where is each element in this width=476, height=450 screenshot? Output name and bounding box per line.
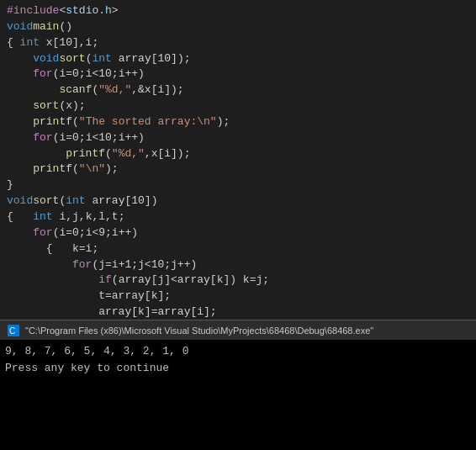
- code-editor: #include<stdio.h>void main(){ int x[10],…: [0, 0, 476, 320]
- terminal-line: Press any key to continue: [5, 360, 471, 377]
- terminal-bar: C "C:\Program Files (x86)\Microsoft Visu…: [0, 320, 476, 340]
- code-line: printf("\n");: [7, 161, 469, 177]
- terminal-output: 9, 8, 7, 6, 5, 4, 3, 2, 1, 0Press any ke…: [0, 340, 476, 450]
- code-line: if(array[j]<array[k]) k=j;: [7, 273, 469, 289]
- code-line: { int i,j,k,l,t;: [7, 209, 469, 225]
- code-line: void main(): [7, 19, 469, 35]
- code-line: for(j=i+1;j<10;j++): [7, 257, 469, 273]
- code-line: { k=i;: [7, 241, 469, 257]
- terminal-path: "C:\Program Files (x86)\Microsoft Visual…: [25, 326, 373, 336]
- code-line: sort(x);: [7, 98, 469, 114]
- code-line: #include<stdio.h>: [7, 3, 469, 19]
- terminal-line: 9, 8, 7, 6, 5, 4, 3, 2, 1, 0: [5, 343, 471, 360]
- code-line: printf("The sorted array:\n");: [7, 114, 469, 130]
- code-line: printf("%d,",x[i]);: [7, 146, 469, 162]
- code-line: { int x[10],i;: [7, 35, 469, 51]
- code-line: void sort(int array[10]): [7, 193, 469, 209]
- code-line: }: [7, 177, 469, 193]
- code-line: void sort(int array[10]);: [7, 51, 469, 67]
- svg-text:C: C: [9, 326, 15, 336]
- code-line: for(i=0;i<9;i++): [7, 225, 469, 241]
- code-line: t=array[k];: [7, 289, 469, 304]
- code-line: for(i=0;i<10;i++): [7, 130, 469, 146]
- code-line: for(i=0;i<10;i++): [7, 66, 469, 82]
- terminal-icon: C: [7, 324, 20, 337]
- code-line: scanf("%d,",&x[i]);: [7, 82, 469, 98]
- code-line: array[k]=array[i];: [7, 304, 469, 320]
